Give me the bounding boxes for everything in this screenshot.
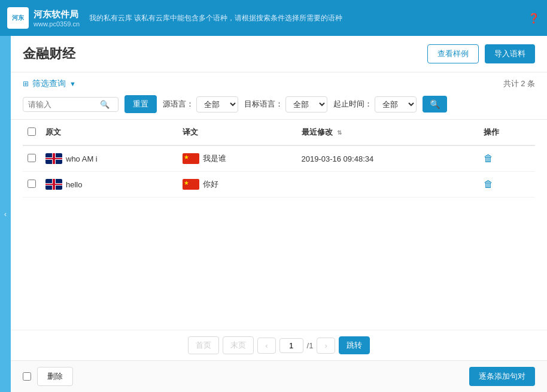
uk-flag-icon xyxy=(45,179,62,190)
table-row: hello ★ 你好 xyxy=(23,172,535,197)
row2-target-cell: ★ 你好 xyxy=(178,172,296,197)
target-lang-label: 目标语言： xyxy=(244,99,283,110)
time-select[interactable]: 全部 xyxy=(375,96,417,113)
first-page-button[interactable]: 首页 xyxy=(188,336,219,354)
row2-modified-cell xyxy=(297,172,479,197)
row2-target-text: 你好 xyxy=(203,179,218,190)
bottom-select-all-checkbox[interactable] xyxy=(23,372,31,381)
delete-button[interactable]: 删除 xyxy=(37,367,73,386)
table-row: who AM i ★ 我是谁 2019-03-16 09:48:34 xyxy=(23,145,535,172)
source-lang-label: 源语言： xyxy=(163,99,194,110)
header-target: 译文 xyxy=(178,120,296,145)
pagination-bar: 首页 末页 ‹ /1 › 跳转 xyxy=(11,330,547,360)
row1-source-cell: who AM i xyxy=(41,145,178,172)
row2-action-cell: 🗑 xyxy=(479,172,535,197)
target-lang-select[interactable]: 全部 xyxy=(285,96,327,113)
source-lang-group: 源语言： 全部 xyxy=(163,96,238,113)
chevron-left-icon: ‹ xyxy=(4,210,7,218)
row2-checkbox[interactable] xyxy=(28,180,36,188)
search-button[interactable]: 🔍 xyxy=(423,96,447,113)
filter-count: 共计 2 条 xyxy=(503,78,535,89)
logo-url: www.pc0359.cn xyxy=(34,20,80,28)
add-pair-button[interactable]: 逐条添加句对 xyxy=(469,367,535,386)
table-header-row: 原文 译文 最近修改 ⇅ 操作 xyxy=(23,120,535,145)
sort-icon[interactable]: ⇅ xyxy=(337,129,342,136)
sample-button[interactable]: 查看样例 xyxy=(427,44,479,63)
header-action: 操作 xyxy=(479,120,535,145)
row2-delete-icon[interactable]: 🗑 xyxy=(484,179,493,189)
search-input[interactable] xyxy=(28,100,100,109)
row1-source-text: who AM i xyxy=(66,154,98,163)
prev-page-button[interactable]: ‹ xyxy=(257,338,275,354)
filter-bar: ⊞ 筛选查询 ▼ 共计 2 条 🔍 重置 源语言： 全部 目标语言： 全部 xyxy=(11,72,547,120)
row1-modified-text: 2019-03-16 09:48:34 xyxy=(302,154,374,163)
top-bar: 河东 河东软件局 www.pc0359.cn 我的私有云库 该私有云库中能包含多… xyxy=(0,0,547,36)
row1-checkbox[interactable] xyxy=(28,154,36,162)
row1-target-cell: ★ 我是谁 xyxy=(178,145,296,172)
page-title: 金融财经 xyxy=(23,45,75,63)
cn-flag-icon: ★ xyxy=(183,179,199,190)
reset-button[interactable]: 重置 xyxy=(124,95,157,113)
row2-checkbox-cell xyxy=(23,172,41,197)
page-header: 金融财经 查看样例 导入语料 xyxy=(11,36,547,72)
row1-checkbox-cell xyxy=(23,145,41,172)
page-number-input[interactable] xyxy=(279,338,303,353)
last-page-button[interactable]: 末页 xyxy=(223,336,254,354)
total-pages: /1 xyxy=(307,341,314,350)
header-buttons: 查看样例 导入语料 xyxy=(427,44,535,63)
filter-label-text: 筛选查询 xyxy=(32,78,66,89)
row2-source-cell: hello xyxy=(41,172,178,197)
row1-target-text: 我是谁 xyxy=(203,153,226,164)
row1-delete-icon[interactable]: 🗑 xyxy=(484,153,493,163)
row1-modified-cell: 2019-03-16 09:48:34 xyxy=(297,145,479,172)
table-wrap: 原文 译文 最近修改 ⇅ 操作 xyxy=(11,120,547,330)
time-label: 起止时间： xyxy=(333,99,372,110)
row2-source-text: hello xyxy=(66,180,82,189)
header-modified: 最近修改 ⇅ xyxy=(297,120,479,145)
help-icon[interactable]: ❓ xyxy=(528,13,540,24)
header-checkbox-cell xyxy=(23,120,41,145)
data-table: 原文 译文 最近修改 ⇅ 操作 xyxy=(23,120,535,197)
search-input-wrap: 🔍 xyxy=(23,97,118,112)
grid-icon: ⊞ xyxy=(23,80,29,88)
uk-flag-icon xyxy=(45,153,62,164)
source-lang-select[interactable]: 全部 xyxy=(196,96,238,113)
search-icon: 🔍 xyxy=(100,100,110,109)
main-content: 金融财经 查看样例 导入语料 ⊞ 筛选查询 ▼ 共计 2 条 🔍 重置 源语言： xyxy=(11,36,547,392)
filter-row2: 🔍 重置 源语言： 全部 目标语言： 全部 起止时间： 全部 xyxy=(23,95,535,113)
filter-toggle[interactable]: ⊞ 筛选查询 ▼ xyxy=(23,78,76,89)
row1-action-cell: 🗑 xyxy=(479,145,535,172)
sidebar-toggle[interactable]: ‹ xyxy=(0,36,11,392)
logo-name: 河东软件局 xyxy=(34,9,80,20)
topbar-desc: 我的私有云库 该私有云库中能包含多个语种，请根据搜索条件选择所需要的语种 xyxy=(89,13,528,23)
chevron-down-icon: ▼ xyxy=(69,80,76,87)
time-group: 起止时间： 全部 xyxy=(333,96,417,113)
bottom-bar: 删除 逐条添加句对 xyxy=(11,360,547,392)
jump-button[interactable]: 跳转 xyxy=(339,336,370,354)
filter-row1: ⊞ 筛选查询 ▼ 共计 2 条 xyxy=(23,78,535,89)
bottom-left: 删除 xyxy=(23,367,73,386)
next-page-button[interactable]: › xyxy=(317,338,335,354)
cn-flag-icon: ★ xyxy=(183,153,199,164)
target-lang-group: 目标语言： 全部 xyxy=(244,96,327,113)
logo: 河东软件局 www.pc0359.cn xyxy=(34,9,80,28)
header-source: 原文 xyxy=(41,120,178,145)
select-all-checkbox[interactable] xyxy=(28,127,36,136)
import-button[interactable]: 导入语料 xyxy=(485,44,535,63)
